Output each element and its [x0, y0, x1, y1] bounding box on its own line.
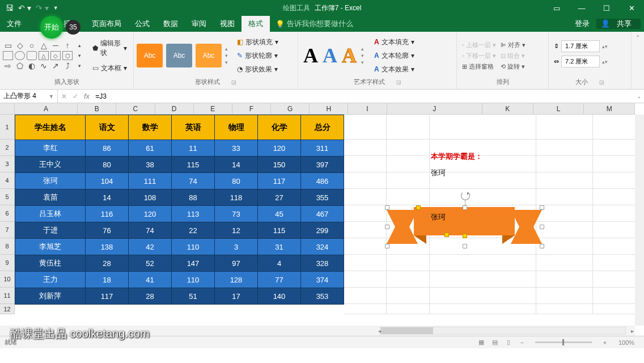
tab-review[interactable]: 审阅	[185, 16, 213, 32]
page-break-icon[interactable]: ▯	[503, 339, 514, 346]
undo-icon[interactable]: ↶ ▾	[18, 3, 31, 12]
shapes-gallery[interactable]: ▭◇○△─↑▴ △◇⬡▾ ⇨⬠◐∿↗⤴▾	[3, 41, 84, 70]
dialog-launcher-icon[interactable]: ◲	[599, 79, 604, 85]
col-header[interactable]: D	[155, 103, 194, 114]
col-header[interactable]: K	[482, 103, 533, 114]
expand-formula-icon[interactable]: ⌄	[634, 93, 644, 99]
selection-pane-button[interactable]: ⊞ 选择窗格	[462, 62, 496, 71]
shape-effects-button[interactable]: ◔形状效果 ▾	[234, 64, 282, 75]
col-header[interactable]: A	[15, 103, 78, 114]
resize-handle[interactable]	[385, 225, 389, 229]
resize-handle[interactable]	[540, 225, 544, 229]
maximize-icon[interactable]: ☐	[594, 0, 619, 16]
col-header[interactable]: J	[387, 103, 482, 114]
row-header[interactable]: 1	[0, 115, 14, 140]
shape-style-gallery[interactable]: Abc Abc Abc ▴▾▾	[137, 44, 228, 67]
adjust-handle[interactable]	[463, 234, 467, 238]
tab-data[interactable]: 数据	[156, 16, 185, 32]
resize-handle[interactable]	[385, 244, 389, 248]
minimize-icon[interactable]: —	[569, 0, 594, 16]
row-header[interactable]: 12	[0, 304, 14, 314]
zoom-level[interactable]: 100%	[613, 339, 639, 346]
tab-view[interactable]: 视图	[213, 16, 242, 32]
text-fill-button[interactable]: A文本填充 ▾	[371, 36, 418, 48]
shape-style-1[interactable]: Abc	[137, 44, 163, 67]
wordart-gallery[interactable]: A A A ▴▾▾	[301, 44, 366, 67]
dialog-launcher-icon[interactable]: ◲	[231, 79, 236, 85]
col-header[interactable]: H	[310, 103, 348, 114]
col-header[interactable]: L	[533, 103, 584, 114]
wordart-style-1[interactable]: A	[303, 44, 318, 67]
resize-handle[interactable]	[385, 205, 389, 210]
vertical-scrollbar[interactable]	[635, 115, 644, 326]
row-header[interactable]: 2	[0, 140, 14, 156]
resize-handle[interactable]	[463, 205, 467, 210]
close-icon[interactable]: ✕	[619, 0, 644, 16]
rotation-handle[interactable]	[461, 191, 470, 200]
column-headers[interactable]: ABCDEFGHIJKLM	[15, 103, 635, 115]
row-headers[interactable]: 123456789101112	[0, 115, 15, 314]
share-button[interactable]: 👤 共享	[596, 19, 641, 29]
col-header[interactable]: G	[271, 103, 310, 114]
zoom-slider[interactable]	[535, 341, 592, 343]
page-layout-icon[interactable]: ▤	[490, 339, 500, 346]
collapse-ribbon-icon[interactable]: ˄	[632, 32, 644, 89]
name-box[interactable]: 上凸带形 4▼	[0, 90, 58, 103]
shape-height-input[interactable]: 1.7 厘米	[561, 40, 600, 52]
shape-outline-button[interactable]: ✎形状轮廓 ▾	[234, 50, 282, 62]
worksheet[interactable]: ABCDEFGHIJKLM 123456789101112 学生姓名语文数学英语…	[0, 103, 644, 336]
shape-style-2[interactable]: Abc	[166, 44, 192, 67]
fx-icon[interactable]: fx	[84, 92, 90, 100]
text-outline-button[interactable]: A文本轮廓 ▾	[371, 50, 418, 62]
shape-width-input[interactable]: 7.2 厘米	[561, 56, 600, 67]
text-box-button[interactable]: ▭文本框 ▾	[89, 62, 130, 74]
row-header[interactable]: 11	[0, 288, 14, 304]
row-header[interactable]: 9	[0, 255, 14, 271]
save-icon[interactable]: 🖫	[6, 3, 14, 12]
enter-icon[interactable]: ✓	[73, 92, 78, 100]
zoom-out-icon[interactable]: −	[517, 339, 527, 346]
data-table[interactable]: 学生姓名语文数学英语物理化学总分李红86611133120311王中义80381…	[15, 115, 344, 305]
resize-handle[interactable]	[540, 244, 544, 248]
ribbon-options-icon[interactable]: ▭	[544, 0, 569, 16]
select-all-corner[interactable]	[0, 103, 15, 115]
dialog-launcher-icon[interactable]: ◲	[396, 79, 401, 85]
resize-handle[interactable]	[463, 244, 467, 248]
tab-formula[interactable]: 公式	[128, 16, 156, 32]
edit-shape-button[interactable]: ⬟编辑形状 ▾	[89, 37, 130, 59]
qa-more-icon[interactable]: ▼	[53, 5, 58, 11]
zoom-in-icon[interactable]: +	[600, 339, 610, 346]
col-header[interactable]: E	[194, 103, 232, 114]
row-header[interactable]: 6	[0, 205, 14, 222]
redo-icon[interactable]: ↷ ▾	[36, 3, 49, 12]
rotate-button[interactable]: ⟲ 旋转 ▾	[501, 62, 526, 71]
row-header[interactable]: 3	[0, 156, 14, 172]
col-header[interactable]: B	[78, 103, 116, 114]
tab-file[interactable]: 文件	[0, 16, 28, 32]
row-header[interactable]: 5	[0, 189, 14, 205]
tell-me[interactable]: 💡告诉我你想要做什么	[276, 19, 353, 29]
adjust-handle[interactable]	[444, 233, 449, 237]
col-header[interactable]: F	[232, 103, 271, 114]
col-header[interactable]: M	[584, 103, 635, 114]
tab-layout[interactable]: 页面布局	[85, 16, 128, 32]
shape-fill-button[interactable]: ◧形状填充 ▾	[234, 36, 282, 48]
ribbon-shape[interactable]	[387, 207, 542, 247]
col-header[interactable]: C	[116, 103, 155, 114]
normal-view-icon[interactable]: ▦	[476, 339, 486, 346]
col-header[interactable]: I	[348, 103, 387, 114]
row-header[interactable]: 8	[0, 238, 14, 255]
adjust-handle[interactable]	[416, 205, 421, 210]
align-button[interactable]: ⊫ 对齐 ▾	[501, 41, 526, 49]
row-header[interactable]: 4	[0, 172, 14, 189]
text-effects-button[interactable]: A文本效果 ▾	[371, 64, 418, 75]
cancel-icon[interactable]: ✕	[61, 92, 67, 100]
row-header[interactable]: 7	[0, 222, 14, 238]
row-header[interactable]: 10	[0, 271, 14, 288]
wordart-style-2[interactable]: A	[323, 44, 337, 67]
resize-handle[interactable]	[540, 205, 544, 210]
formula-input[interactable]: =J3	[95, 92, 107, 100]
login-link[interactable]: 登录	[570, 19, 594, 29]
shape-style-3[interactable]: Abc	[196, 44, 222, 67]
tab-format[interactable]: 格式	[242, 16, 270, 32]
